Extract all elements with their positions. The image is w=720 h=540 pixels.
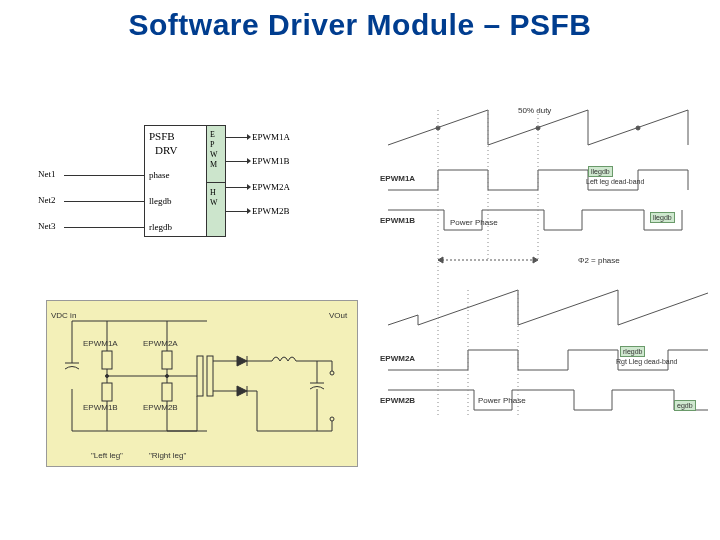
svg-rect-8 (102, 383, 112, 401)
q2b-label: EPWM2B (143, 403, 178, 412)
out-4: EPWM2B (252, 206, 290, 216)
svg-point-37 (330, 417, 334, 421)
svg-rect-13 (162, 383, 172, 401)
svg-point-16 (106, 375, 109, 378)
q1a-label: EPWM1A (83, 339, 118, 348)
out-line-4 (225, 211, 247, 212)
ep-m: M (210, 160, 217, 169)
svg-point-17 (166, 375, 169, 378)
q1b-label: EPWM1B (83, 403, 118, 412)
out-line-3 (225, 187, 247, 188)
vout-label: VOut (329, 311, 347, 320)
out-2: EPWM1B (252, 156, 290, 166)
vin-label: VDC in (51, 311, 76, 320)
epwm-hw-box: E P W M H W (206, 125, 226, 237)
block-diagram: Net1 Net2 Net3 PSFB DRV phase llegdb rle… (46, 125, 346, 255)
net3-label: Net3 (38, 221, 56, 231)
ep-e: E (210, 130, 215, 139)
leftleg-label: "Left leg" (91, 451, 123, 460)
llegdb-box: llegdb (588, 166, 613, 177)
port-phase: phase (149, 170, 170, 180)
port-rlegdb: rlegdb (149, 222, 172, 232)
out-line-2 (225, 161, 247, 162)
duty-label: 50% duty (518, 106, 551, 115)
net2-label: Net2 (38, 195, 56, 205)
q2a-label: EPWM2A (143, 339, 178, 348)
net1-label: Net1 (38, 169, 56, 179)
power-phase-2: Power Phase (478, 396, 526, 405)
phi2: Φ2 = phase (578, 256, 620, 265)
drv-title-2: DRV (155, 144, 177, 156)
page-title: Software Driver Module – PSFB (0, 8, 720, 42)
timing-diagram: 50% duty EPWM1A EPWM1B EPWM2A EPWM2B lle… (378, 100, 708, 500)
svg-rect-6 (102, 351, 112, 369)
egdb-box: egdb (674, 400, 696, 411)
rlegdb-box: rlegdb (620, 346, 645, 357)
net2-line (64, 201, 92, 202)
row-epwm2a: EPWM2A (380, 354, 415, 363)
llegdb2-box: llegdb (650, 212, 675, 223)
row-epwm1b: EPWM1B (380, 216, 415, 225)
ep-w: W (210, 150, 218, 159)
out-1: EPWM1A (252, 132, 290, 142)
row-epwm1a: EPWM1A (380, 174, 415, 183)
line-in-3 (92, 227, 144, 228)
line-in-2 (92, 201, 144, 202)
rightleg-label: "Right leg" (149, 451, 186, 460)
line-in-1 (92, 175, 144, 176)
hw-h: H (210, 188, 216, 197)
row-epwm2b: EPWM2B (380, 396, 415, 405)
llegdb-desc: Left leg dead-band (586, 178, 644, 185)
net3-line (64, 227, 92, 228)
svg-rect-18 (197, 356, 203, 396)
psfb-drv-box: PSFB DRV phase llegdb rlegdb (144, 125, 208, 237)
epwm-div (207, 182, 225, 183)
svg-point-36 (330, 371, 334, 375)
svg-rect-19 (207, 356, 213, 396)
psfb-circuit: VDC in VOut EPWM1A EPWM2A EPWM1B EPWM2B … (46, 300, 358, 467)
out-3: EPWM2A (252, 182, 290, 192)
ep-p: P (210, 140, 214, 149)
svg-rect-11 (162, 351, 172, 369)
svg-point-40 (636, 126, 640, 130)
rlegdb-desc: Rgt Lleg dead-band (616, 358, 678, 365)
net1-line (64, 175, 92, 176)
hw-w: W (210, 198, 218, 207)
port-llegdb: llegdb (149, 196, 172, 206)
power-phase-1: Power Phase (450, 218, 498, 227)
out-line-1 (225, 137, 247, 138)
drv-title-1: PSFB (149, 130, 175, 142)
